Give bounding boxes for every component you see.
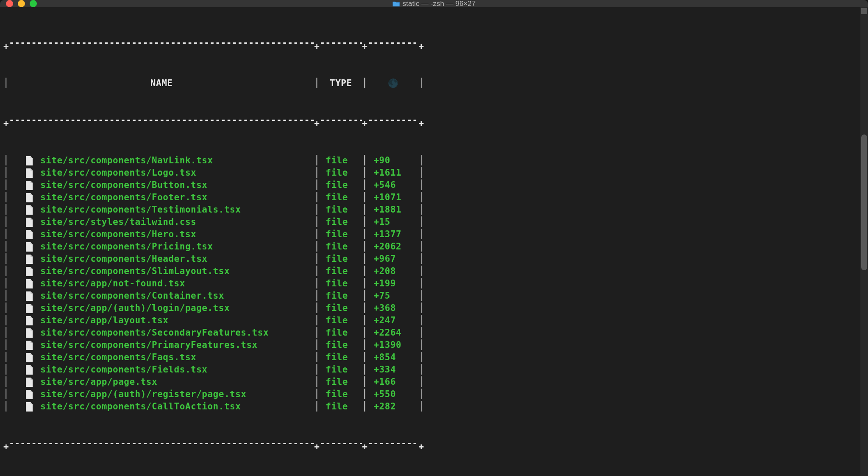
cell-type: file [320,314,362,327]
cell-count: +546 [367,179,418,191]
cell-count: +1611 [367,167,418,179]
table-row: │ site/src/app/not-found.tsx│file│+199│ [3,277,865,290]
table-row: │ site/src/app/(auth)/login/page.tsx│fil… [3,302,865,314]
cell-count: +199 [367,277,418,290]
file-icon [25,266,33,277]
cell-name: site/src/app/(auth)/register/page.tsx [9,388,314,400]
close-button[interactable] [6,0,13,7]
file-icon [25,402,33,412]
cell-type: file [320,241,362,253]
file-path: site/src/app/(auth)/register/page.tsx [40,388,246,400]
header-count: 🌑 [367,77,418,90]
cell-name: site/src/components/PrimaryFeatures.tsx [9,339,314,351]
folder-icon [392,1,400,7]
cell-type: file [320,290,362,302]
file-icon [25,365,33,375]
file-path: site/src/components/Fields.tsx [40,364,207,376]
file-icon [25,316,33,326]
table-row: │ site/src/components/Hero.tsx│file│+137… [3,228,865,241]
table-row: │ site/src/app/layout.tsx│file│+247│ [3,314,865,327]
header-type: TYPE [320,77,362,90]
cell-name: site/src/components/Hero.tsx [9,228,314,241]
file-icon [25,230,33,240]
file-path: site/src/components/CallToAction.tsx [40,400,241,413]
cell-name: site/src/components/Container.tsx [9,290,314,302]
cell-name: site/src/components/Faqs.tsx [9,351,314,364]
scrollbar-cap-top [861,8,867,14]
cell-type: file [320,327,362,339]
scrollbar-thumb[interactable] [861,134,867,270]
cell-type: file [320,400,362,413]
terminal-body[interactable]: +---------------------------------------… [0,7,868,476]
cell-name: site/src/app/(auth)/login/page.tsx [9,302,314,314]
terminal-content: +---------------------------------------… [3,12,865,476]
table-row: │ site/src/components/Button.tsx│file│+5… [3,179,865,191]
file-path: site/src/styles/tailwind.css [40,216,196,228]
traffic-lights [6,0,37,7]
cell-type: file [320,388,362,400]
cell-type: file [320,253,362,265]
cell-count: +15 [367,216,418,228]
cell-type: file [320,216,362,228]
cell-name: site/src/components/Fields.tsx [9,364,314,376]
terminal-window: static — -zsh — 96×27 +-----------------… [0,0,868,476]
table-row: │ site/src/components/Header.tsx│file│+9… [3,253,865,265]
maximize-button[interactable] [30,0,37,7]
table-row: │ site/src/components/SlimLayout.tsx│fil… [3,265,865,277]
file-icon [25,328,33,338]
table-row: │ site/src/components/Pricing.tsx│file│+… [3,241,865,253]
table-row: │ site/src/components/PrimaryFeatures.ts… [3,339,865,351]
cell-name: site/src/app/page.tsx [9,376,314,388]
table-border-top: +---------------------------------------… [3,37,865,53]
table-row: │ site/src/components/Testimonials.tsx│f… [3,204,865,216]
cell-count: +334 [367,364,418,376]
table-row: │ site/src/app/(auth)/register/page.tsx│… [3,388,865,400]
cell-type: file [320,154,362,167]
header-name: NAME [9,77,314,90]
file-path: site/src/components/SecondaryFeatures.ts… [40,327,269,339]
minimize-button[interactable] [18,0,25,7]
cell-type: file [320,167,362,179]
cell-count: +368 [367,302,418,314]
table-header-row: │NAME│TYPE│🌑│ [3,77,865,90]
cell-type: file [320,191,362,204]
table-row: │ site/src/components/SecondaryFeatures.… [3,327,865,339]
cell-name: site/src/components/Button.tsx [9,179,314,191]
cell-count: +247 [367,314,418,327]
cell-count: +550 [367,388,418,400]
table-border-mid: +---------------------------------------… [3,114,865,130]
cell-count: +1377 [367,228,418,241]
table-row: │ site/src/components/Faqs.tsx│file│+854… [3,351,865,364]
table-rows: │ site/src/components/NavLink.tsx│file│+… [3,154,865,413]
cell-name: site/src/components/Testimonials.tsx [9,204,314,216]
cell-name: site/src/components/SecondaryFeatures.ts… [9,327,314,339]
file-path: site/src/components/SlimLayout.tsx [40,265,230,277]
cell-name: site/src/app/not-found.tsx [9,277,314,290]
cell-count: +282 [367,400,418,413]
file-path: site/src/app/page.tsx [40,376,157,388]
file-path: site/src/components/Pricing.tsx [40,241,213,253]
file-icon [25,217,33,227]
file-path: site/src/components/Hero.tsx [40,228,196,241]
file-path: site/src/components/Button.tsx [40,179,207,191]
table-row: │ site/src/app/page.tsx│file│+166│ [3,376,865,388]
cell-type: file [320,302,362,314]
cell-name: site/src/components/Logo.tsx [9,167,314,179]
table-row: │ site/src/components/NavLink.tsx│file│+… [3,154,865,167]
cell-type: file [320,376,362,388]
cell-type: file [320,351,362,364]
cell-type: file [320,228,362,241]
file-icon [25,389,33,400]
file-icon [25,291,33,301]
file-path: site/src/components/NavLink.tsx [40,154,213,167]
cell-count: +1071 [367,191,418,204]
cell-type: file [320,204,362,216]
file-icon [25,205,33,215]
scrollbar-track[interactable] [860,7,868,476]
file-icon [25,303,33,314]
cell-count: +90 [367,154,418,167]
cell-count: +1881 [367,204,418,216]
file-icon [25,156,33,166]
file-icon [25,242,33,252]
file-path: site/src/components/Header.tsx [40,253,207,265]
